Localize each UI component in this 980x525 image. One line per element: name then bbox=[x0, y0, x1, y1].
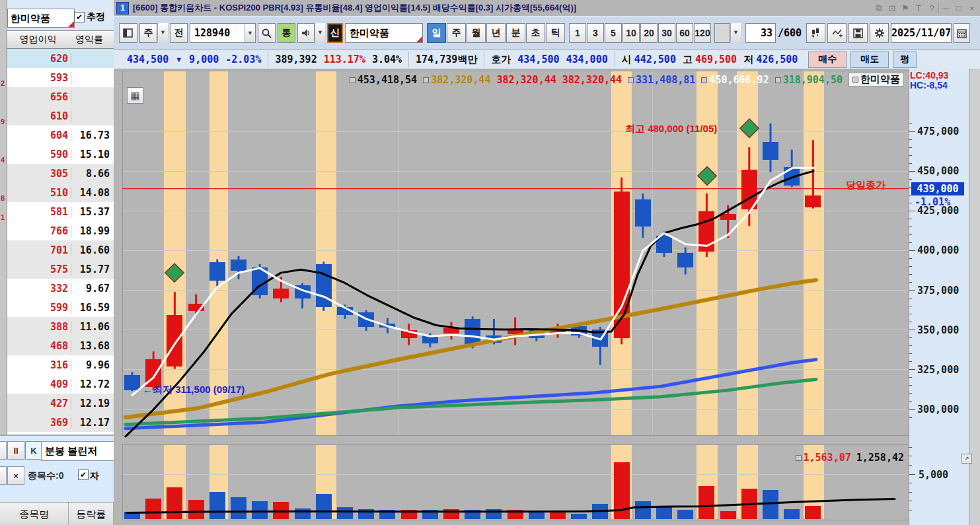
estimate-checkbox[interactable]: ✔ bbox=[74, 12, 85, 22]
clone-icon[interactable]: ⊡ bbox=[886, 3, 899, 13]
minimize-button[interactable]: ─ bbox=[938, 3, 952, 13]
minute-button-60[interactable]: 60 bbox=[676, 23, 693, 43]
collapse-panel-icon[interactable] bbox=[119, 23, 137, 43]
close-button[interactable]: × bbox=[965, 3, 979, 13]
custom-minute-dropdown[interactable]: ▼ bbox=[730, 23, 741, 42]
table-row[interactable]: 575 15.77 bbox=[7, 260, 114, 279]
field-corner-triangle bbox=[68, 21, 74, 27]
table-row[interactable]: 593 bbox=[7, 68, 114, 87]
minute-button-30[interactable]: 30 bbox=[658, 23, 675, 43]
table-row[interactable]: 581 15.37 bbox=[7, 202, 114, 221]
save-icon[interactable] bbox=[848, 23, 868, 43]
minute-button-3[interactable]: 3 bbox=[587, 23, 604, 43]
data-grid-icon[interactable]: ▦ bbox=[127, 87, 143, 104]
table-row[interactable]: 510 14.08 bbox=[7, 183, 114, 202]
chart-area[interactable]: 453,418,54382,320,44382,320,44382,320,44… bbox=[114, 69, 980, 525]
table-row[interactable]: 332 9.67 bbox=[7, 279, 114, 298]
minute-button-1[interactable]: 1 bbox=[569, 23, 586, 43]
tab-월[interactable]: 월 bbox=[467, 23, 486, 43]
margin-cell: 12.19 bbox=[71, 398, 112, 409]
tong-button[interactable]: 통 bbox=[278, 23, 295, 43]
minute-button-10[interactable]: 10 bbox=[622, 23, 640, 43]
current-price: 434,500 bbox=[127, 53, 169, 65]
speaker-dropdown-icon[interactable]: ▼ bbox=[315, 23, 325, 42]
pause-button[interactable]: II bbox=[7, 441, 24, 460]
search-icon[interactable] bbox=[258, 23, 276, 43]
settings-gear-icon[interactable] bbox=[870, 23, 889, 43]
maximize-button[interactable]: □ bbox=[952, 3, 965, 13]
timeframe-dropdown-icon[interactable]: ▼ bbox=[157, 23, 168, 42]
table-row[interactable]: 369 12.17 bbox=[7, 413, 114, 432]
speaker-icon[interactable] bbox=[297, 23, 315, 43]
k-button[interactable]: K bbox=[25, 441, 42, 460]
table-row[interactable]: 656 bbox=[7, 87, 114, 106]
previous-button[interactable]: 전 bbox=[170, 23, 188, 43]
table-row[interactable]: 599 16.59 bbox=[7, 298, 114, 317]
timeframe-button[interactable]: 주 bbox=[139, 23, 157, 43]
margin-cell: 16.60 bbox=[71, 244, 112, 256]
margin-cell: 11.06 bbox=[71, 321, 112, 333]
table-row[interactable]: 620 bbox=[7, 49, 114, 68]
y-axis-tick-label: 325,000 bbox=[917, 364, 959, 376]
margin-cell: 15.77 bbox=[71, 263, 112, 275]
calendar-icon[interactable] bbox=[954, 23, 970, 43]
text-tool-icon[interactable]: T bbox=[912, 3, 925, 13]
change-percent: -2.03% bbox=[225, 53, 261, 65]
operating-profit-cell: 305 bbox=[7, 168, 71, 180]
date-field[interactable]: 2025/11/07 bbox=[891, 23, 952, 43]
ja-checkbox[interactable]: ✔ bbox=[78, 470, 89, 480]
minute-button-20[interactable]: 20 bbox=[640, 23, 658, 43]
operating-profit-cell: 604 bbox=[7, 129, 71, 141]
volume-expand-icon[interactable]: ↗ bbox=[961, 454, 972, 464]
help-icon[interactable]: ? bbox=[925, 3, 938, 13]
table-row[interactable]: 766 18.99 bbox=[7, 221, 114, 240]
candle-count-value: 33 bbox=[761, 27, 773, 39]
operating-profit-cell: 369 bbox=[7, 417, 71, 429]
clipped-button[interactable] bbox=[0, 441, 7, 460]
sell-button[interactable]: 매도 bbox=[850, 52, 889, 68]
trade-volume: 389,392 bbox=[275, 53, 317, 65]
table-row[interactable]: 701 16.60 bbox=[7, 240, 114, 260]
tab-분[interactable]: 분 bbox=[506, 23, 525, 43]
margin-cell: 14.08 bbox=[71, 187, 112, 199]
tab-초[interactable]: 초 bbox=[526, 23, 545, 43]
stock-name-field[interactable]: 한미약품 bbox=[7, 9, 75, 28]
stock-name-field-toolbar[interactable]: 한미약품 bbox=[345, 23, 423, 43]
clipped-button-2[interactable] bbox=[0, 466, 7, 485]
financials-rows: 620 593 656 610 604 16.73590 15.10305 8.… bbox=[7, 49, 114, 436]
popout-icon[interactable]: ⧉ bbox=[872, 3, 886, 13]
minute-button-5[interactable]: 5 bbox=[605, 23, 622, 43]
current-pct-axis-label: -1.01% bbox=[915, 196, 950, 208]
table-row[interactable]: 388 11.06 bbox=[7, 317, 114, 336]
operating-profit-cell: 590 bbox=[7, 149, 71, 160]
table-row[interactable]: 590 15.10 bbox=[7, 145, 114, 164]
tab-틱[interactable]: 틱 bbox=[546, 23, 565, 43]
code-dropdown-icon[interactable]: ▼ bbox=[245, 24, 255, 42]
table-row[interactable]: 610 bbox=[7, 106, 114, 125]
financials-table[interactable]: 영업이익 영익률 620 593 656 610 604 16.73590 15… bbox=[7, 30, 115, 436]
candle-count-field[interactable]: 33 bbox=[745, 23, 776, 43]
tab-년[interactable]: 년 bbox=[486, 23, 506, 43]
field-corner-triangle bbox=[416, 36, 422, 42]
tab-일[interactable]: 일 bbox=[427, 23, 446, 43]
stock-code-field[interactable]: 128940 ▼ bbox=[190, 23, 256, 43]
table-row[interactable]: 468 13.68 bbox=[7, 336, 114, 355]
close-x-button[interactable]: × bbox=[7, 466, 24, 485]
table-row[interactable]: 409 12.72 bbox=[7, 374, 114, 394]
table-row[interactable]: 604 16.73 bbox=[7, 125, 114, 145]
tab-주[interactable]: 주 bbox=[447, 23, 466, 43]
avg-button[interactable]: 평 bbox=[893, 52, 917, 68]
table-row[interactable]: 316 9.96 bbox=[7, 355, 114, 374]
margin-cell: 18.99 bbox=[71, 225, 112, 237]
compare-candle-icon[interactable] bbox=[806, 23, 825, 43]
buy-button[interactable]: 매수 bbox=[808, 52, 847, 68]
table-row[interactable]: 427 12.19 bbox=[7, 394, 114, 413]
trendline-tool-icon[interactable] bbox=[827, 23, 847, 43]
pin-icon[interactable]: ⚑ bbox=[899, 3, 912, 13]
title-bar[interactable]: 1 [6600] 통합키움차트 - KOSPI200 PBR[4.93] 유통비… bbox=[114, 0, 980, 16]
indicator-field[interactable]: 분봉 볼린저 bbox=[41, 441, 120, 461]
table-row[interactable]: 305 8.66 bbox=[7, 164, 114, 183]
margin-cell: 8.66 bbox=[71, 168, 112, 180]
estimate-checkbox-row[interactable]: ✔ 추정 bbox=[74, 11, 105, 23]
minute-button-120[interactable]: 120 bbox=[694, 23, 711, 43]
